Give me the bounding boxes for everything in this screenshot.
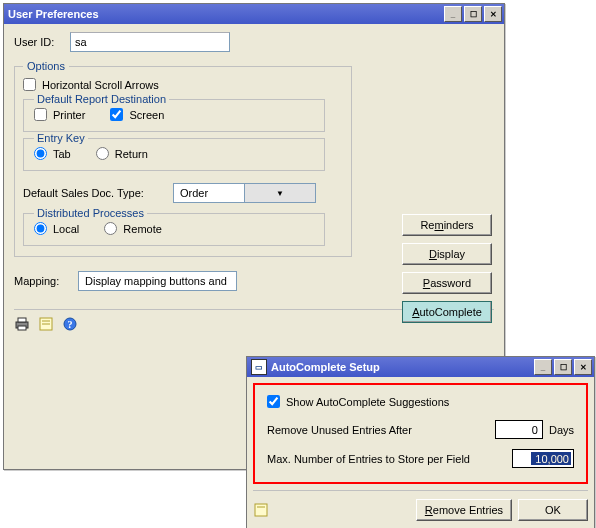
horizontal-scroll-label: Horizontal Scroll Arrows bbox=[42, 79, 159, 91]
remote-radio-input[interactable] bbox=[104, 222, 117, 235]
close-icon[interactable]: ✕ bbox=[484, 6, 502, 22]
max-entries-field[interactable] bbox=[512, 449, 574, 468]
maximize-icon[interactable]: ☐ bbox=[554, 359, 572, 375]
close-icon[interactable]: ✕ bbox=[574, 359, 592, 375]
remove-after-field[interactable] bbox=[495, 420, 543, 439]
minimize-icon[interactable]: _ bbox=[444, 6, 462, 22]
return-label: Return bbox=[115, 148, 148, 160]
printer-label: Printer bbox=[53, 109, 85, 121]
horizontal-scroll-checkbox[interactable]: Horizontal Scroll Arrows bbox=[23, 78, 159, 91]
remove-after-label: Remove Unused Entries After bbox=[267, 424, 495, 436]
remove-entries-button[interactable]: Remove Entries bbox=[416, 499, 512, 521]
local-radio-input[interactable] bbox=[34, 222, 47, 235]
ok-button[interactable]: OK bbox=[518, 499, 588, 521]
tab-label: Tab bbox=[53, 148, 71, 160]
return-radio[interactable]: Return bbox=[96, 147, 148, 160]
display-button[interactable]: Display bbox=[402, 243, 492, 265]
sales-doc-combo[interactable]: Order ▼ bbox=[173, 183, 316, 203]
options-legend: Options bbox=[23, 60, 69, 72]
screen-label: Screen bbox=[129, 109, 164, 121]
sales-doc-label: Default Sales Doc. Type: bbox=[23, 187, 173, 199]
help-icon[interactable]: ? bbox=[62, 316, 78, 332]
return-radio-input[interactable] bbox=[96, 147, 109, 160]
mapping-value: Display mapping buttons and bbox=[79, 275, 236, 287]
titlebar-autocomplete[interactable]: ▭ AutoComplete Setup _ ☐ ✕ bbox=[247, 357, 594, 377]
window-icon: ▭ bbox=[251, 359, 267, 375]
user-id-field[interactable] bbox=[70, 32, 230, 52]
svg-text:?: ? bbox=[68, 319, 73, 330]
show-suggestions-input[interactable] bbox=[267, 395, 280, 408]
days-unit: Days bbox=[549, 424, 574, 436]
user-id-label: User ID: bbox=[14, 36, 70, 48]
note-icon[interactable] bbox=[253, 502, 269, 518]
screen-checkbox[interactable]: Screen bbox=[110, 108, 164, 121]
tab-radio[interactable]: Tab bbox=[34, 147, 71, 160]
local-radio[interactable]: Local bbox=[34, 222, 79, 235]
tab-radio-input[interactable] bbox=[34, 147, 47, 160]
maximize-icon[interactable]: ☐ bbox=[464, 6, 482, 22]
printer-input[interactable] bbox=[34, 108, 47, 121]
printer-checkbox[interactable]: Printer bbox=[34, 108, 85, 121]
svg-rect-8 bbox=[255, 504, 267, 516]
client-area: User ID: Options Horizontal Scroll Arrow… bbox=[4, 24, 504, 340]
password-button[interactable]: Password bbox=[402, 272, 492, 294]
remote-radio[interactable]: Remote bbox=[104, 222, 162, 235]
svg-rect-1 bbox=[18, 318, 26, 322]
titlebar-user-preferences[interactable]: User Preferences _ ☐ ✕ bbox=[4, 4, 504, 24]
dist-proc-legend: Distributed Processes bbox=[34, 207, 147, 219]
autocomplete-highlight-box: Show AutoComplete Suggestions Remove Unu… bbox=[253, 383, 588, 484]
minimize-icon[interactable]: _ bbox=[534, 359, 552, 375]
remote-label: Remote bbox=[123, 223, 162, 235]
sales-doc-value: Order bbox=[174, 187, 244, 199]
side-button-column: Reminders Display Password AutoComplete bbox=[402, 214, 492, 323]
show-suggestions-checkbox[interactable]: Show AutoComplete Suggestions bbox=[267, 395, 449, 408]
mapping-combo[interactable]: Display mapping buttons and bbox=[78, 271, 237, 291]
local-label: Local bbox=[53, 223, 79, 235]
window-title: User Preferences bbox=[8, 8, 442, 20]
svg-rect-2 bbox=[18, 326, 26, 330]
autocomplete-button[interactable]: AutoComplete bbox=[402, 301, 492, 323]
note-icon[interactable] bbox=[38, 316, 54, 332]
screen-input[interactable] bbox=[110, 108, 123, 121]
horizontal-scroll-input[interactable] bbox=[23, 78, 36, 91]
show-suggestions-label: Show AutoComplete Suggestions bbox=[286, 396, 449, 408]
window-title-autocomplete: AutoComplete Setup bbox=[271, 361, 532, 373]
mapping-label: Mapping: bbox=[14, 275, 78, 287]
reminders-button[interactable]: Reminders bbox=[402, 214, 492, 236]
autocomplete-setup-window: ▭ AutoComplete Setup _ ☐ ✕ Show AutoComp… bbox=[246, 356, 595, 528]
chevron-down-icon[interactable]: ▼ bbox=[244, 184, 315, 202]
print-icon[interactable] bbox=[14, 316, 30, 332]
entry-key-legend: Entry Key bbox=[34, 132, 88, 144]
report-dest-legend: Default Report Destination bbox=[34, 93, 169, 105]
max-entries-label: Max. Number of Entries to Store per Fiel… bbox=[267, 453, 512, 465]
